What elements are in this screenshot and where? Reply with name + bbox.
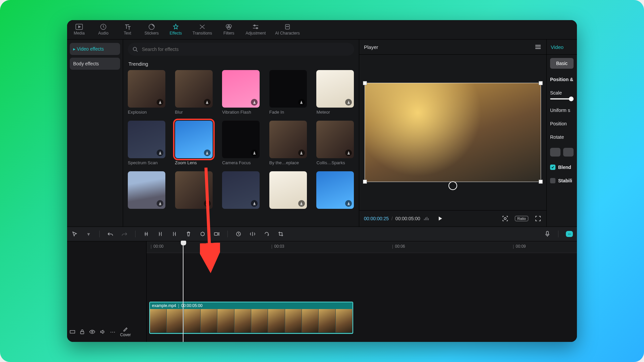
effect-card[interactable]: Fade In xyxy=(269,70,307,115)
effect-card[interactable]: Collis…Sparks xyxy=(316,121,354,165)
download-icon[interactable] xyxy=(251,149,258,156)
nav-effects[interactable]: Effects xyxy=(168,24,183,36)
ruler-mark: 00:09 xyxy=(513,244,526,249)
fullscreen-icon[interactable] xyxy=(534,215,542,222)
video-clip[interactable]: example.mp4 | 00:00:05:00 xyxy=(149,302,353,334)
nav-ai-characters[interactable]: AI Characters xyxy=(275,24,300,36)
download-icon[interactable] xyxy=(204,149,211,156)
playhead[interactable] xyxy=(183,241,183,342)
effect-card[interactable] xyxy=(316,171,354,211)
effect-card[interactable] xyxy=(128,171,166,211)
stabilize-checkbox[interactable] xyxy=(550,178,555,183)
cursor-tool-icon[interactable] xyxy=(71,231,78,237)
download-icon[interactable] xyxy=(251,200,258,207)
nav-text[interactable]: Text xyxy=(120,24,135,36)
effect-card[interactable]: Blur xyxy=(175,70,213,115)
effect-card[interactable]: Vibration Flash xyxy=(222,70,260,115)
play-button[interactable] xyxy=(436,215,444,222)
resize-handle-tl[interactable] xyxy=(363,81,367,85)
speed-icon[interactable] xyxy=(235,231,242,237)
redo-icon[interactable] xyxy=(121,231,128,237)
effect-card[interactable]: Explosion xyxy=(128,70,166,115)
download-icon[interactable] xyxy=(251,99,258,106)
preview-canvas[interactable] xyxy=(365,83,541,182)
blend-checkbox[interactable] xyxy=(550,165,555,170)
effect-card[interactable]: Meteor xyxy=(316,70,354,115)
inspector-tab-video[interactable]: Video xyxy=(547,40,577,55)
effect-card[interactable]: Zoom Lens xyxy=(175,121,213,165)
effect-label: Explosion xyxy=(128,110,165,115)
chevron-down-icon[interactable]: ▾ xyxy=(85,231,92,237)
search-input[interactable] xyxy=(128,43,354,56)
undo-icon[interactable] xyxy=(107,231,114,237)
ruler-mark: 00:06 xyxy=(392,244,405,249)
resize-handle-bl[interactable] xyxy=(363,180,367,184)
effect-card[interactable]: By the…eplace xyxy=(269,121,307,165)
effect-thumb xyxy=(222,70,260,108)
download-icon[interactable] xyxy=(345,149,352,156)
nav-stickers[interactable]: Stickers xyxy=(144,24,159,36)
effect-thumb xyxy=(128,70,165,108)
download-icon[interactable] xyxy=(157,99,163,106)
download-icon[interactable] xyxy=(298,200,305,207)
player-menu-icon[interactable] xyxy=(534,44,542,50)
effect-card[interactable] xyxy=(222,171,260,211)
time-ruler[interactable]: 00:00 00:03 00:06 00:09 xyxy=(147,241,577,253)
svg-point-6 xyxy=(254,25,255,26)
snap-toggle[interactable]: ▫▫ xyxy=(566,231,573,237)
effect-thumb xyxy=(316,171,354,209)
effect-card[interactable]: Spectrum Scan xyxy=(128,121,166,165)
crop-icon[interactable] xyxy=(277,231,284,237)
download-icon[interactable] xyxy=(298,149,305,156)
download-icon[interactable] xyxy=(204,200,211,207)
refresh-icon[interactable] xyxy=(448,181,457,190)
sidebar-item-video-effects[interactable]: ▸Video effects xyxy=(70,43,120,55)
volume-bars-icon[interactable] xyxy=(423,215,430,222)
effect-card[interactable] xyxy=(175,171,213,211)
track-more-icon[interactable]: ⋯ xyxy=(110,329,115,335)
align-center-button[interactable] xyxy=(563,148,574,157)
track-mute-icon[interactable] xyxy=(100,329,105,334)
marker-icon[interactable] xyxy=(199,231,206,237)
download-icon[interactable] xyxy=(345,99,352,106)
effect-card[interactable]: Camera Focus xyxy=(222,121,260,165)
mic-icon[interactable] xyxy=(544,231,551,237)
frame-capture-icon[interactable] xyxy=(501,215,509,222)
ratio-button[interactable]: Ratio xyxy=(515,216,528,221)
trim-left-icon[interactable] xyxy=(157,231,164,237)
nav-adjustment[interactable]: Adjustment xyxy=(246,24,266,36)
cover-button[interactable]: Cover xyxy=(120,326,131,337)
effect-card[interactable] xyxy=(269,171,307,211)
download-icon[interactable] xyxy=(157,149,163,156)
nav-filters[interactable]: Filters xyxy=(221,24,236,36)
scale-slider[interactable] xyxy=(550,98,574,100)
nav-audio[interactable]: Audio xyxy=(96,24,111,36)
split-icon[interactable] xyxy=(143,231,150,237)
track-add-icon[interactable] xyxy=(70,329,75,334)
audio-icon xyxy=(100,24,107,30)
download-icon[interactable] xyxy=(204,99,211,106)
effect-label: Vibration Flash xyxy=(222,110,260,115)
track-visible-icon[interactable] xyxy=(89,330,95,334)
svg-rect-13 xyxy=(214,233,218,235)
track-lock-icon[interactable] xyxy=(80,329,85,335)
inspector-basic-tab[interactable]: Basic xyxy=(550,58,574,69)
mirror-icon[interactable] xyxy=(249,231,256,237)
download-icon[interactable] xyxy=(157,200,163,207)
sidebar-item-body-effects[interactable]: Body effects xyxy=(70,58,120,70)
timeline-tracks[interactable]: 00:00 00:03 00:06 00:09 example.mp4 | 00… xyxy=(147,241,577,342)
align-left-button[interactable] xyxy=(550,148,560,157)
rotate-icon[interactable] xyxy=(263,231,270,237)
record-icon[interactable] xyxy=(213,231,220,237)
nav-transitions[interactable]: Transitions xyxy=(193,24,212,36)
resize-handle-tr[interactable] xyxy=(539,81,543,85)
nav-media[interactable]: Media xyxy=(72,24,87,36)
clip-name: example.mp4 xyxy=(152,303,176,308)
search-field[interactable] xyxy=(141,46,350,52)
effects-grid: ExplosionBlurVibration FlashFade InMeteo… xyxy=(128,70,354,213)
delete-icon[interactable] xyxy=(185,231,192,237)
trim-right-icon[interactable] xyxy=(171,231,178,237)
download-icon[interactable] xyxy=(345,200,352,207)
resize-handle-br[interactable] xyxy=(539,180,543,184)
download-icon[interactable] xyxy=(298,99,305,106)
